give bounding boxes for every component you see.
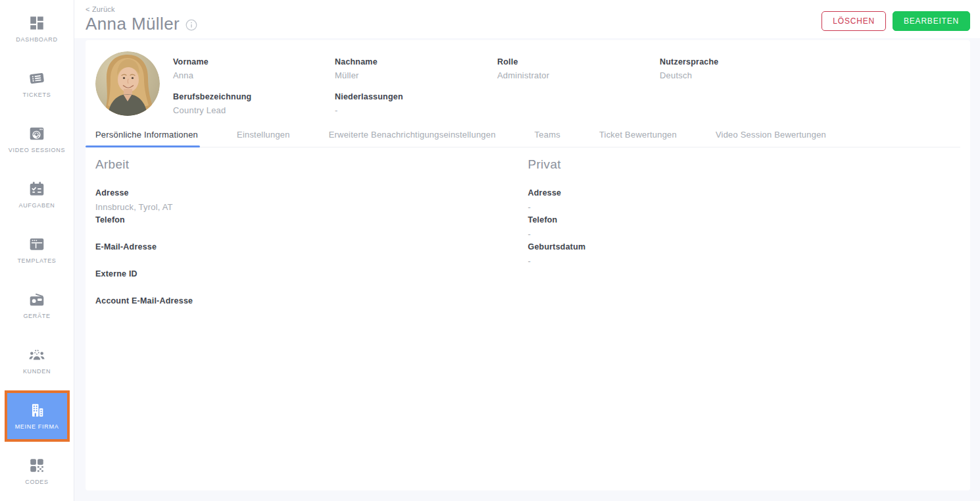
field-value: -: [528, 256, 961, 267]
tab-ticket-bewertungen[interactable]: Ticket Bewertungen: [599, 130, 677, 147]
work-adresse: Adresse Innsbruck, Tyrol, AT: [95, 188, 528, 213]
tab-erweiterte-benachrichtigungseinstellungen[interactable]: Erweiterte Benachrichtigungseinstellunge…: [329, 130, 496, 147]
field-value: -: [335, 105, 497, 116]
qr-codes-icon: [28, 457, 45, 474]
tab-persoenliche-informationen[interactable]: Persönliche Informationen: [95, 130, 198, 147]
sidebar-item-label: TEMPLATES: [17, 258, 56, 265]
edit-button[interactable]: BEARBEITEN: [893, 11, 970, 31]
field-rolle: Rolle Administrator: [497, 57, 660, 81]
page-title: Anna Müller: [86, 14, 180, 34]
field-label: Rolle: [497, 57, 660, 66]
field-value: Deutsch: [660, 70, 960, 81]
radio-device-icon: [28, 291, 45, 308]
delete-button[interactable]: LÖSCHEN: [821, 11, 886, 31]
tickets-icon: [28, 70, 45, 87]
tab-bar: Persönliche Informationen Einstellungen …: [95, 130, 960, 147]
field-value: Anna: [173, 70, 335, 81]
field-berufsbezeichnung: Berufsbezeichnung Country Lead: [173, 92, 335, 116]
field-label: Adresse: [95, 188, 528, 198]
info-circle-icon[interactable]: [185, 19, 197, 31]
private-adresse: Adresse -: [528, 188, 961, 213]
video-sessions-icon: [28, 125, 45, 142]
field-vorname: Vorname Anna: [173, 57, 335, 81]
sidebar-item-aufgaben[interactable]: AUFGABEN: [5, 169, 70, 221]
sidebar-item-templates[interactable]: TEMPLATES: [5, 224, 70, 276]
field-label: Externe ID: [95, 269, 528, 278]
calendar-check-icon: [28, 180, 45, 198]
sidebar: DASHBOARD TICKETS VIDEO SESSIONS: [0, 0, 74, 501]
field-value: [95, 310, 528, 321]
avatar: [95, 51, 160, 116]
sidebar-item-label: GERÄTE: [23, 313, 50, 320]
field-value: Müller: [335, 70, 497, 81]
field-label: Telefon: [528, 215, 961, 224]
sidebar-item-kunden[interactable]: KUNDEN: [5, 335, 70, 386]
section-title-private: Privat: [528, 157, 961, 172]
field-value: [95, 229, 528, 240]
main-area: < Zurück Anna Müller LÖSCHEN BEARBEITEN: [74, 0, 980, 501]
sidebar-item-label: MEINE FIRMA: [15, 424, 59, 431]
field-label: Telefon: [95, 215, 528, 224]
field-niederlassungen: Niederlassungen -: [335, 92, 497, 116]
field-label: Nachname: [335, 57, 497, 66]
field-label: Adresse: [528, 188, 961, 198]
sidebar-item-geraete[interactable]: GERÄTE: [5, 280, 70, 331]
field-label: E-Mail-Adresse: [95, 242, 528, 251]
personal-info-content: Arbeit Adresse Innsbruck, Tyrol, AT Tele…: [95, 147, 960, 323]
private-geburtsdatum: Geburtsdatum -: [528, 242, 961, 267]
tab-einstellungen[interactable]: Einstellungen: [237, 130, 290, 147]
field-value: Administrator: [497, 70, 660, 81]
sidebar-item-label: VIDEO SESSIONS: [9, 147, 65, 154]
sidebar-item-tickets[interactable]: TICKETS: [5, 59, 70, 110]
field-label: Niederlassungen: [335, 92, 497, 101]
templates-window-icon: [28, 236, 45, 253]
sidebar-item-dashboard[interactable]: DASHBOARD: [5, 3, 70, 55]
profile-summary: Vorname Anna Nachname Müller Rolle Admin…: [95, 51, 960, 116]
private-section: Privat Adresse - Telefon - Geburtsdatum …: [528, 157, 961, 323]
field-nutzersprache: Nutzersprache Deutsch: [660, 57, 960, 81]
work-telefon: Telefon: [95, 215, 528, 240]
field-value: [95, 256, 528, 267]
work-section: Arbeit Adresse Innsbruck, Tyrol, AT Tele…: [95, 157, 528, 323]
field-label: Geburtsdatum: [528, 242, 961, 251]
field-value: -: [528, 202, 961, 213]
page-header: < Zurück Anna Müller LÖSCHEN BEARBEITEN: [74, 0, 980, 38]
work-email: E-Mail-Adresse: [95, 242, 528, 267]
work-externe-id: Externe ID: [95, 269, 528, 294]
field-value: Innsbruck, Tyrol, AT: [95, 202, 528, 213]
field-nachname: Nachname Müller: [335, 57, 497, 81]
sidebar-item-label: KUNDEN: [23, 369, 51, 375]
field-value: -: [528, 229, 961, 240]
field-value: Country Lead: [173, 105, 335, 116]
sidebar-item-label: CODES: [25, 479, 49, 486]
people-group-icon: [28, 346, 45, 363]
tab-video-session-bewertungen[interactable]: Video Session Bewertungen: [716, 130, 826, 147]
sidebar-item-video-sessions[interactable]: VIDEO SESSIONS: [5, 114, 70, 165]
tab-teams[interactable]: Teams: [535, 130, 560, 147]
field-label: Vorname: [173, 57, 335, 66]
sidebar-item-label: TICKETS: [23, 92, 51, 99]
field-label: Berufsbezeichnung: [173, 92, 335, 101]
field-value: [95, 283, 528, 294]
sidebar-item-label: DASHBOARD: [16, 37, 57, 43]
profile-card: Vorname Anna Nachname Müller Rolle Admin…: [86, 40, 970, 490]
section-title-work: Arbeit: [95, 157, 528, 172]
profile-fields: Vorname Anna Nachname Müller Rolle Admin…: [173, 51, 960, 116]
dashboard-icon: [28, 14, 45, 32]
sidebar-item-codes[interactable]: CODES: [5, 446, 70, 497]
private-telefon: Telefon -: [528, 215, 961, 240]
sidebar-item-meine-firma[interactable]: MEINE FIRMA: [5, 390, 70, 442]
work-account-email: Account E-Mail-Adresse: [95, 296, 528, 321]
field-label: Nutzersprache: [660, 57, 960, 66]
field-label: Account E-Mail-Adresse: [95, 296, 528, 305]
company-buildings-icon: [28, 402, 45, 419]
sidebar-item-label: AUFGABEN: [18, 203, 55, 209]
